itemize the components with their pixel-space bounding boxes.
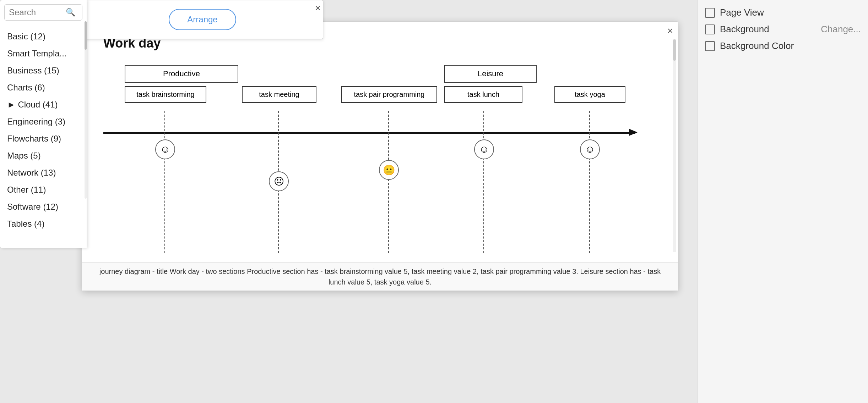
face-pair-programming: 😐 (379, 160, 399, 180)
search-container: 🔍 (0, 0, 87, 25)
background-color-checkbox[interactable] (705, 41, 715, 51)
section-leisure[interactable]: Leisure (444, 65, 537, 83)
bottom-description-text: journey diagram - title Work day - two s… (96, 266, 664, 287)
sad-icon-meeting: ☹ (274, 176, 284, 187)
happy-icon-lunch: ☺ (479, 144, 489, 155)
timeline-arrow (629, 129, 638, 136)
task-yoga[interactable]: task yoga (554, 86, 625, 103)
face-brainstorming: ☺ (155, 139, 175, 159)
sidebar-item-maps[interactable]: Maps (5) (0, 147, 87, 164)
background-color-item[interactable]: Background Color (705, 40, 861, 51)
happy-icon-yoga: ☺ (585, 144, 595, 155)
sidebar-list: Basic (12) Smart Templa... Business (15)… (0, 25, 87, 238)
face-meeting: ☹ (269, 171, 289, 191)
canvas-area: Work day Productive Leisure task brainst… (82, 22, 678, 263)
face-lunch: ☺ (474, 139, 494, 159)
sidebar-item-cloud[interactable]: ► Cloud (41) (0, 96, 87, 113)
sidebar-item-network[interactable]: Network (13) (0, 164, 87, 181)
page-view-item[interactable]: Page View (705, 7, 861, 18)
sidebar-item-other[interactable]: Other (11) (0, 181, 87, 198)
sidebar-item-charts[interactable]: Charts (6) (0, 79, 87, 96)
task-meeting-label: task meeting (259, 90, 299, 98)
sidebar-scrollbar[interactable] (85, 21, 87, 199)
sidebar-item-uml[interactable]: UML (8) (0, 232, 87, 238)
background-item[interactable]: Background Change... (705, 24, 861, 35)
sidebar-item-basic[interactable]: Basic (12) (0, 28, 87, 45)
task-pair-programming-label: task pair programming (354, 90, 425, 98)
outer-close-button[interactable]: × (315, 2, 321, 14)
section-productive[interactable]: Productive (125, 65, 238, 83)
background-checkbox[interactable] (705, 24, 715, 34)
task-lunch-label: task lunch (467, 90, 499, 98)
timeline-line (103, 132, 635, 134)
outer-dialog: × Arrange (82, 0, 323, 39)
task-meeting[interactable]: task meeting (242, 86, 316, 103)
dialog-close-button[interactable]: × (667, 25, 673, 37)
sidebar-item-tables[interactable]: Tables (4) (0, 215, 87, 232)
dashed-line-1 (164, 111, 165, 253)
sidebar-item-flowcharts[interactable]: Flowcharts (9) (0, 130, 87, 147)
background-color-label: Background Color (720, 40, 794, 51)
right-panel: Page View Background Change... Backgroun… (698, 0, 868, 403)
sidebar-scrollbar-thumb (85, 21, 87, 50)
happy-icon-brainstorming: ☺ (160, 144, 170, 155)
dashed-line-4 (483, 111, 484, 253)
task-pair-programming[interactable]: task pair programming (341, 86, 437, 103)
page-view-checkbox[interactable] (705, 8, 715, 18)
sidebar-item-business[interactable]: Business (15) (0, 62, 87, 79)
sidebar-item-smart-templates[interactable]: Smart Templa... (0, 45, 87, 62)
page-view-label: Page View (720, 7, 764, 18)
search-icon: 🔍 (66, 8, 75, 17)
sidebar-item-software[interactable]: Software (12) (0, 198, 87, 215)
task-brainstorming-label: task brainstorming (136, 90, 194, 98)
neutral-icon-pair-programming: 😐 (383, 164, 395, 176)
face-yoga: ☺ (580, 139, 600, 159)
background-change-button[interactable]: Change... (821, 24, 861, 35)
section-productive-label: Productive (163, 69, 200, 78)
section-leisure-label: Leisure (478, 69, 503, 78)
sidebar-item-engineering[interactable]: Engineering (3) (0, 113, 87, 130)
task-lunch[interactable]: task lunch (444, 86, 522, 103)
dashed-line-5 (589, 111, 590, 253)
left-sidebar: 🔍 Basic (12) Smart Templa... Business (1… (0, 0, 87, 248)
task-yoga-label: task yoga (575, 90, 605, 98)
task-brainstorming[interactable]: task brainstorming (125, 86, 206, 103)
background-label: Background (720, 24, 769, 35)
template-button[interactable]: Arrange (169, 9, 236, 30)
search-wrapper: 🔍 (4, 4, 82, 21)
journey-diagram: Productive Leisure task brainstorming ta… (103, 65, 657, 263)
bottom-description-bar: journey diagram - title Work day - two s… (82, 262, 678, 291)
main-dialog: × Work day Productive Leisure task brain… (82, 21, 678, 291)
dashed-line-3 (388, 111, 389, 253)
